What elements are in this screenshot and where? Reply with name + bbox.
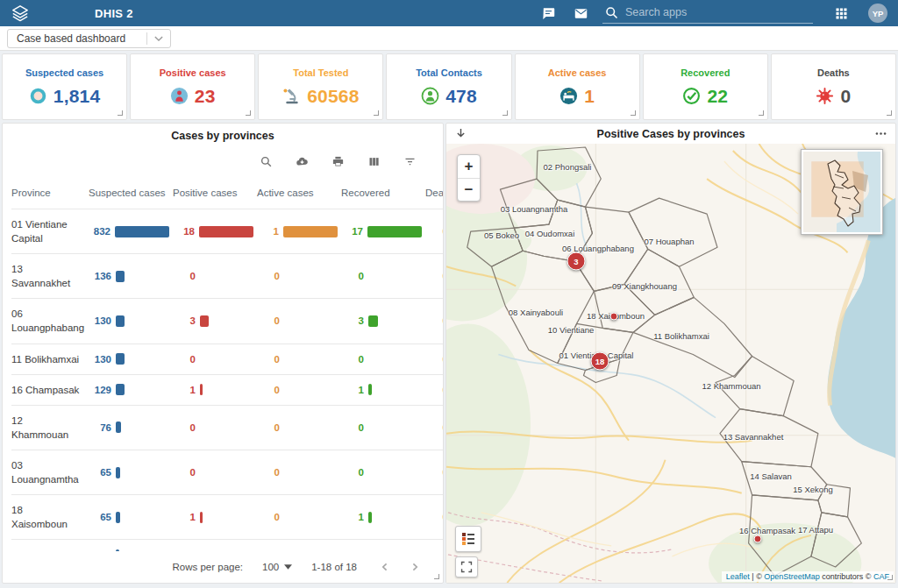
stat-card-title: Total Contacts — [416, 67, 482, 78]
suspected-cell: 65 — [89, 495, 173, 540]
province-label: 12 Khammouan — [702, 381, 760, 391]
map-canvas[interactable]: + − — [446, 144, 895, 583]
column-header: Positive cases — [173, 182, 257, 209]
cell-value: 3 — [341, 315, 364, 326]
province-label: 16 Champasak — [739, 526, 795, 535]
table-pagination: Rows per page: 100 1-18 of 18 — [3, 551, 443, 583]
resize-handle[interactable] — [631, 110, 636, 116]
column-header: Recovered — [341, 182, 425, 209]
active-cell: 0 — [257, 254, 341, 299]
search-input[interactable] — [625, 6, 801, 18]
cell-value: 0 — [173, 271, 196, 281]
table-panel-title: Cases by provinces — [3, 124, 443, 142]
download-icon[interactable] — [296, 155, 309, 168]
fullscreen-button[interactable] — [455, 556, 478, 577]
resize-handle[interactable] — [887, 110, 892, 116]
columns-icon[interactable] — [367, 155, 381, 168]
deaths-cell: 0 — [425, 540, 443, 551]
active-cell: 0 — [257, 540, 341, 551]
microscope-icon — [282, 87, 301, 105]
recovered-cell: 0 — [341, 344, 425, 374]
column-header: Deaths — [425, 182, 443, 209]
person-contact-icon — [421, 87, 439, 105]
resize-handle[interactable] — [118, 110, 123, 116]
cell-value: 65 — [89, 512, 111, 522]
province-label: 15 Xekong — [793, 485, 832, 494]
cell-value: 76 — [89, 422, 111, 433]
apps-grid-icon[interactable] — [834, 6, 849, 21]
recovered-cell: 17 — [341, 209, 425, 254]
map-panel-title: Positive Cases by provinces — [467, 128, 874, 140]
value-bar — [200, 384, 203, 395]
avatar[interactable]: YP — [868, 4, 887, 23]
recovered-cell: 0 — [341, 254, 425, 299]
print-icon[interactable] — [331, 155, 345, 168]
search-icon[interactable] — [260, 155, 273, 168]
cell-value: 0 — [425, 467, 443, 478]
province-label: 17 Attapu — [798, 525, 833, 535]
stat-card-title: Recovered — [681, 67, 730, 78]
case-marker[interactable]: 3 — [567, 252, 586, 271]
table-row: 05 Bokeo590000 — [11, 540, 443, 551]
case-marker[interactable] — [754, 535, 762, 543]
cell-value: 0 — [425, 271, 443, 281]
cell-value: 832 — [89, 226, 110, 237]
province-label: 07 Houaphan — [644, 237, 694, 246]
cell-value: 17 — [341, 226, 363, 237]
value-bar — [115, 226, 169, 237]
previous-page-button[interactable] — [376, 562, 387, 572]
resize-handle[interactable] — [374, 110, 379, 116]
header-icons-left — [532, 6, 597, 21]
leaflet-link[interactable]: Leaflet — [726, 572, 750, 581]
stat-card: Recovered22 — [643, 53, 768, 120]
dhis2-logo-icon[interactable] — [11, 4, 30, 22]
stat-card-title: Active cases — [548, 67, 607, 78]
value-bar — [283, 226, 338, 237]
recovered-cell: 1 — [341, 495, 425, 540]
cell-value: 0 — [425, 226, 443, 237]
download-arrow-icon[interactable] — [454, 127, 467, 140]
active-cell: 0 — [257, 374, 341, 405]
page-range-text: 1-18 of 18 — [311, 562, 357, 572]
filter-icon[interactable] — [403, 155, 417, 168]
more-options-icon[interactable] — [874, 127, 887, 140]
chat-icon[interactable] — [541, 6, 556, 21]
next-page-button[interactable] — [406, 562, 417, 572]
mail-icon[interactable] — [574, 6, 588, 21]
deaths-cell: 0 — [425, 299, 443, 344]
chevron-down-icon[interactable] — [147, 36, 170, 41]
cell-value: 0 — [173, 467, 196, 478]
case-marker[interactable] — [610, 313, 618, 321]
recovered-cell: 0 — [341, 405, 425, 450]
table-row: 11 Bolikhamxai1300000 — [11, 344, 443, 374]
table-row: 16 Champasak1291010 — [11, 374, 443, 405]
dashboard-selector[interactable]: Case based dashboard — [7, 29, 171, 48]
cell-value: 0 — [425, 354, 443, 365]
resize-handle[interactable] — [887, 575, 893, 580]
positive-cell: 18 — [173, 209, 257, 254]
cell-value: 130 — [89, 354, 111, 365]
cell-value: 0 — [257, 467, 280, 478]
case-marker[interactable]: 18 — [591, 352, 609, 371]
province-label: 08 Xainyabouli — [509, 308, 563, 317]
openstreetmap-link[interactable]: OpenStreetMap — [764, 572, 820, 581]
resize-handle[interactable] — [759, 110, 764, 116]
app-search — [602, 4, 813, 24]
resize-handle[interactable] — [246, 110, 251, 116]
stat-card: Positive cases23 — [130, 53, 255, 120]
dashboard-selector-label: Case based dashboard — [8, 32, 146, 45]
legend-button[interactable] — [455, 526, 481, 552]
overview-minimap[interactable] — [801, 149, 883, 235]
map-attribution: Leaflet | © OpenStreetMap contributors ©… — [722, 571, 894, 582]
deaths-cell: 0 — [425, 450, 443, 494]
value-bar — [200, 315, 209, 327]
cell-value: 0 — [425, 315, 443, 326]
recovered-cell: 0 — [341, 450, 425, 494]
resize-handle[interactable] — [434, 574, 439, 579]
zoom-in-button[interactable]: + — [458, 155, 480, 178]
resize-handle[interactable] — [502, 110, 508, 116]
rows-per-page-select[interactable]: 100 — [262, 562, 292, 572]
zoom-out-button[interactable]: − — [458, 178, 480, 201]
rows-per-page-label: Rows per page: — [172, 562, 243, 572]
search-icon[interactable] — [604, 5, 619, 20]
